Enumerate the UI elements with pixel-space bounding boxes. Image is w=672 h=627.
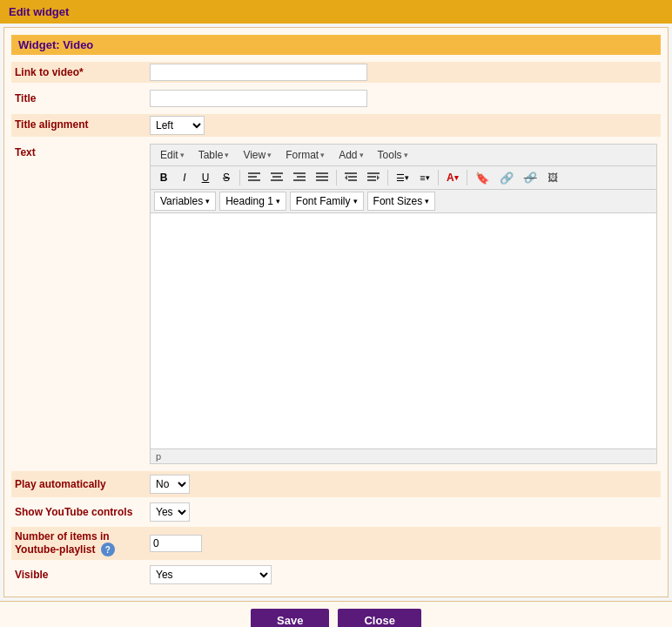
- main-container: Widget: Video Link to video* Title Title…: [3, 27, 669, 597]
- menu-table-arrow: ▾: [225, 151, 229, 159]
- items-input[interactable]: [150, 535, 202, 552]
- align-left-button[interactable]: [244, 168, 265, 187]
- unordered-list-button[interactable]: ☰▾: [392, 168, 413, 187]
- font-family-arrow: ▾: [353, 197, 358, 206]
- widget-title: Widget: Video: [11, 35, 661, 55]
- alignment-row: Title alignment Left Center Right: [11, 114, 661, 137]
- editor-content[interactable]: [151, 213, 656, 448]
- visible-control: Yes No: [150, 565, 272, 584]
- visible-row: Visible Yes No: [11, 562, 661, 588]
- font-family-dropdown[interactable]: Font Family ▾: [290, 192, 364, 211]
- visible-label: Visible: [15, 569, 150, 581]
- align-right-icon: [293, 172, 306, 184]
- text-row: Text Edit ▾ Table ▾ View ▾: [11, 142, 661, 466]
- title-control: [150, 90, 657, 107]
- menu-tools-arrow: ▾: [404, 151, 408, 159]
- menu-format[interactable]: Format ▾: [279, 146, 331, 164]
- help-icon[interactable]: ?: [101, 543, 115, 556]
- menu-add-arrow: ▾: [360, 151, 364, 159]
- editor-toolbar1: B I U S: [151, 166, 656, 190]
- svg-rect-11: [316, 179, 328, 181]
- text-label: Text: [15, 144, 150, 158]
- font-color-button[interactable]: A▾: [442, 168, 463, 187]
- play-auto-select[interactable]: No Yes: [150, 475, 190, 494]
- svg-rect-5: [271, 179, 283, 181]
- title-row: Title: [11, 88, 661, 109]
- youtube-control: Yes No: [150, 502, 190, 522]
- svg-rect-7: [297, 176, 306, 178]
- svg-rect-0: [248, 172, 260, 174]
- button-bar: Save Close: [0, 601, 672, 627]
- menu-view-arrow: ▾: [267, 151, 272, 159]
- image-button[interactable]: 🖼: [543, 168, 562, 187]
- menu-add[interactable]: Add ▾: [333, 146, 369, 164]
- underline-button[interactable]: U: [196, 168, 215, 187]
- svg-rect-17: [367, 176, 376, 178]
- visible-select[interactable]: Yes No: [150, 565, 272, 584]
- indent-icon: [367, 172, 380, 184]
- alignment-control: Left Center Right: [150, 116, 657, 135]
- editor-toolbar2: Variables ▾ Heading 1 ▾ Font Family ▾ Fo…: [151, 190, 656, 213]
- separator-3: [387, 170, 388, 185]
- youtube-label: Show YouTube controls: [15, 506, 150, 518]
- youtube-select[interactable]: Yes No: [150, 502, 190, 522]
- menu-table[interactable]: Table ▾: [192, 146, 236, 164]
- svg-rect-16: [367, 172, 380, 174]
- italic-button[interactable]: I: [175, 168, 194, 187]
- menu-tools[interactable]: Tools ▾: [372, 146, 414, 164]
- menu-edit[interactable]: Edit ▾: [154, 146, 191, 164]
- editor-statusbar: p: [151, 448, 656, 463]
- svg-rect-6: [293, 172, 306, 174]
- menu-format-arrow: ▾: [320, 151, 325, 159]
- link-button[interactable]: 🔗: [495, 168, 518, 187]
- play-auto-control: No Yes: [150, 475, 190, 494]
- svg-rect-9: [316, 172, 328, 174]
- justify-button[interactable]: [312, 168, 333, 187]
- svg-rect-13: [348, 176, 357, 178]
- editor-area: Edit ▾ Table ▾ View ▾ Format ▾: [150, 144, 657, 464]
- items-control: [150, 535, 202, 552]
- align-center-button[interactable]: [266, 168, 287, 187]
- svg-marker-19: [377, 175, 380, 180]
- heading-arrow: ▾: [276, 197, 280, 206]
- ordered-list-button[interactable]: ≡▾: [415, 168, 434, 187]
- font-sizes-dropdown[interactable]: Font Sizes ▾: [367, 192, 436, 211]
- align-right-button[interactable]: [289, 168, 310, 187]
- align-left-icon: [248, 172, 260, 184]
- title-label: Title: [15, 90, 150, 104]
- svg-rect-4: [272, 176, 281, 178]
- alignment-select[interactable]: Left Center Right: [150, 116, 205, 135]
- svg-rect-3: [271, 172, 283, 174]
- app-title-bar: Edit widget: [0, 0, 672, 24]
- svg-marker-15: [345, 175, 347, 180]
- variables-dropdown[interactable]: Variables ▾: [154, 192, 216, 211]
- strikethrough-button[interactable]: S: [217, 168, 236, 187]
- close-button[interactable]: Close: [338, 609, 420, 627]
- bold-button[interactable]: B: [154, 168, 173, 187]
- title-input[interactable]: [150, 90, 367, 107]
- link-input[interactable]: [150, 64, 367, 81]
- list-arrow-icon: ▾: [405, 173, 409, 182]
- separator-1: [239, 170, 240, 185]
- outdent-button[interactable]: [340, 168, 361, 187]
- font-sizes-arrow: ▾: [425, 197, 429, 206]
- app-title: Edit widget: [9, 5, 69, 18]
- menu-view[interactable]: View ▾: [237, 146, 278, 164]
- heading-dropdown[interactable]: Heading 1 ▾: [219, 192, 286, 211]
- svg-rect-14: [348, 179, 357, 181]
- save-button[interactable]: Save: [251, 609, 329, 627]
- justify-icon: [316, 172, 328, 184]
- bookmark-button[interactable]: 🔖: [471, 168, 494, 187]
- svg-rect-8: [293, 179, 306, 181]
- editor-menubar: Edit ▾ Table ▾ View ▾ Format ▾: [151, 145, 656, 166]
- separator-5: [467, 170, 467, 185]
- svg-rect-1: [248, 176, 257, 178]
- indent-button[interactable]: [363, 168, 384, 187]
- unlink-button[interactable]: 🔗: [520, 168, 541, 187]
- svg-rect-10: [316, 176, 328, 178]
- play-auto-row: Play automatically No Yes: [11, 471, 661, 497]
- font-color-arrow: ▾: [454, 173, 459, 182]
- link-control: [150, 64, 657, 81]
- svg-rect-12: [345, 172, 357, 174]
- youtube-row: Show YouTube controls Yes No: [11, 499, 661, 525]
